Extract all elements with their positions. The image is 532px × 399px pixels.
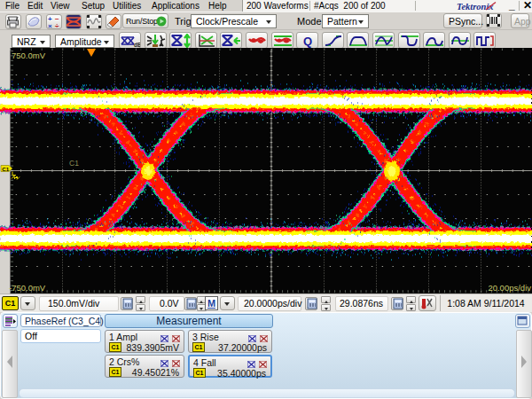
svg-text:20.00ps/div: 20.00ps/div	[488, 283, 531, 293]
svg-text:dB: dB	[134, 42, 140, 48]
svg-text:Q: Q	[303, 35, 312, 48]
svg-text:÷: ÷	[55, 22, 59, 28]
svg-text:C1: C1	[2, 166, 9, 172]
svg-text:×: ×	[48, 22, 52, 28]
svg-text:C1: C1	[69, 159, 79, 168]
svg-text:750.0mV: 750.0mV	[12, 51, 46, 60]
svg-text:-750.0mV: -750.0mV	[9, 283, 46, 293]
